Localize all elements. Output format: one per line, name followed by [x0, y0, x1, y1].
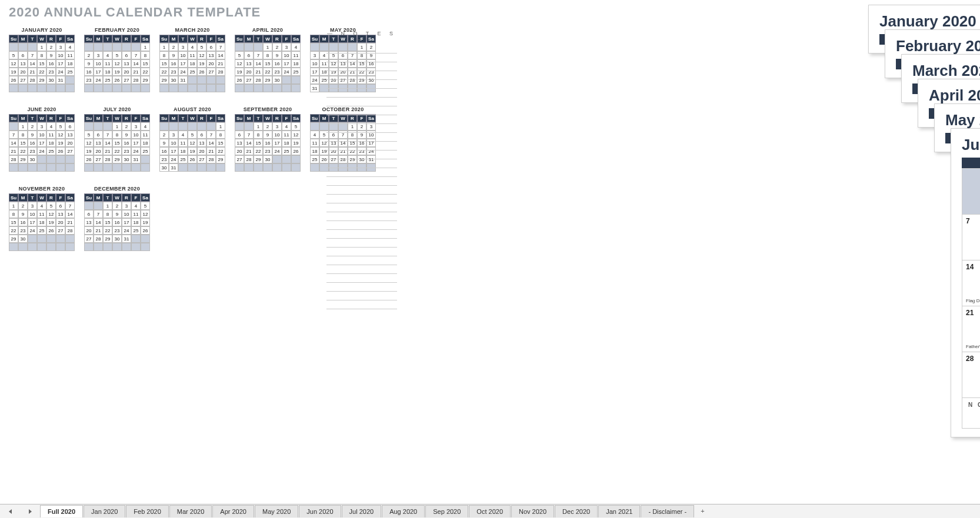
note-line[interactable]: [326, 142, 397, 151]
mini-day-cell: 31: [56, 76, 65, 84]
sheet-tab[interactable]: Full 2020: [40, 505, 83, 517]
mini-month: FEBRUARY 2020SuMTWRFSa123456789101112131…: [84, 27, 150, 92]
note-line[interactable]: [326, 151, 397, 159]
note-line[interactable]: [326, 283, 397, 292]
mini-day-cell: 19: [235, 68, 244, 76]
sheet-tab[interactable]: Nov 2020: [511, 505, 554, 517]
note-line[interactable]: [326, 159, 397, 168]
sheet-tab[interactable]: Sep 2020: [425, 505, 468, 517]
tab-nav-next[interactable]: [20, 509, 40, 514]
mini-day-cell: 2: [122, 122, 131, 131]
mini-month: AUGUST 2020SuMTWRFSa12345678910111213141…: [159, 106, 225, 172]
note-line[interactable]: [326, 80, 397, 89]
mini-day-cell: 15: [141, 59, 150, 68]
note-line[interactable]: [326, 274, 397, 283]
mini-day-cell: 1: [18, 122, 28, 131]
tab-nav-prev[interactable]: [0, 509, 20, 514]
june-notes-area[interactable]: N O T E S: [962, 398, 980, 429]
mini-day-cell: 31: [178, 76, 188, 84]
mini-day-cell: 1: [263, 43, 272, 51]
note-line[interactable]: [326, 186, 397, 195]
sheet-tab[interactable]: Apr 2020: [212, 505, 254, 517]
june-day-cell[interactable]: 21Father's Day: [962, 306, 980, 352]
mini-day-cell: 15: [159, 59, 169, 68]
mini-day-head: Su: [84, 193, 94, 202]
mini-day-head: F: [206, 35, 216, 43]
mini-day-cell: 2: [84, 51, 94, 59]
note-line[interactable]: [326, 230, 397, 239]
note-line[interactable]: [326, 124, 397, 133]
mini-day-cell: [282, 163, 291, 172]
note-line[interactable]: [326, 71, 397, 80]
note-line[interactable]: [326, 221, 397, 230]
note-line[interactable]: [326, 239, 397, 248]
mini-day-cell: [94, 122, 103, 131]
sheet-tab[interactable]: Aug 2020: [382, 505, 425, 517]
june-day-cell[interactable]: 14Flag Day: [962, 260, 980, 306]
note-line[interactable]: [326, 203, 397, 212]
mini-day-head: F: [206, 114, 216, 122]
note-line[interactable]: [326, 300, 397, 309]
note-line[interactable]: [326, 177, 397, 186]
mini-day-cell: 24: [122, 226, 131, 235]
sheet-tab[interactable]: Jul 2020: [342, 505, 382, 517]
sheet-tab[interactable]: Feb 2020: [126, 505, 168, 517]
mini-day-cell: 21: [65, 218, 75, 226]
mini-day-head: M: [94, 35, 103, 43]
mini-day-cell: 27: [56, 226, 65, 235]
mini-day-cell: 27: [197, 155, 206, 163]
note-line[interactable]: [326, 265, 397, 274]
june-day-cell[interactable]: 28: [962, 352, 980, 398]
mini-day-cell: [141, 243, 150, 251]
mini-day-cell: [103, 84, 112, 92]
note-line[interactable]: [326, 212, 397, 221]
mini-day-cell: 5: [46, 202, 56, 210]
june-day-cell[interactable]: [962, 169, 980, 215]
note-line[interactable]: [326, 45, 397, 54]
mini-day-cell: [65, 84, 75, 92]
note-line[interactable]: [326, 106, 397, 115]
mini-day-cell: 18: [141, 139, 150, 147]
note-line[interactable]: [326, 54, 397, 62]
mini-day-cell: 18: [282, 139, 291, 147]
mini-day-cell: 22: [18, 147, 28, 155]
note-line[interactable]: [326, 256, 397, 265]
mini-day-cell: 11: [131, 210, 141, 218]
mini-day-cell: [122, 84, 131, 92]
mini-day-cell: 5: [112, 51, 122, 59]
sheet-tab[interactable]: Dec 2020: [555, 505, 598, 517]
mini-day-head: R: [46, 193, 56, 202]
note-line[interactable]: [326, 98, 397, 106]
mini-day-cell: [94, 163, 103, 172]
note-line[interactable]: [326, 115, 397, 124]
mini-day-cell: 8: [37, 51, 46, 59]
mini-day-cell: [188, 163, 197, 172]
note-line[interactable]: [326, 248, 397, 256]
note-line[interactable]: [326, 133, 397, 142]
note-line[interactable]: [326, 62, 397, 71]
sheet-tab[interactable]: Jan 2020: [84, 505, 125, 517]
mini-day-cell: [206, 76, 216, 84]
sheet-tab[interactable]: May 2020: [255, 505, 298, 517]
note-line[interactable]: [326, 195, 397, 203]
sheet-tab[interactable]: - Disclaimer -: [641, 505, 694, 517]
sheet-tab[interactable]: Jun 2020: [299, 505, 341, 517]
mini-day-cell: 20: [94, 147, 103, 155]
note-line[interactable]: [326, 89, 397, 98]
sheet-tab[interactable]: Oct 2020: [469, 505, 511, 517]
sheet-tab[interactable]: Jan 2021: [598, 505, 640, 517]
mini-day-cell: [310, 43, 319, 51]
note-line[interactable]: [326, 292, 397, 300]
sheet-tab[interactable]: Mar 2020: [169, 505, 212, 517]
mini-day-cell: 5: [9, 51, 18, 59]
mini-day-cell: 7: [244, 131, 254, 139]
mini-day-cell: 6: [197, 131, 206, 139]
note-line[interactable]: [326, 168, 397, 177]
mini-day-head: T: [28, 193, 37, 202]
june-day-cell[interactable]: 7: [962, 215, 980, 260]
mini-day-cell: [65, 243, 75, 251]
june-day-grid: 1234567891011121314Flag Day151617181920S…: [962, 168, 980, 398]
add-tab-button[interactable]: +: [695, 505, 710, 517]
month-sheet-june[interactable]: June 2020SUNMONTUESWEDTHURSFRISAT1234567…: [951, 128, 980, 437]
mini-day-head: Sa: [216, 35, 225, 43]
